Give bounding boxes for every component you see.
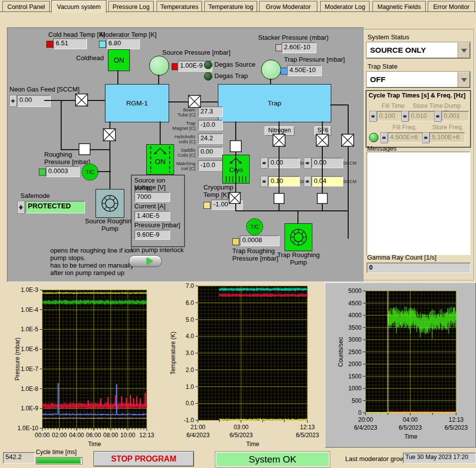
fill-time-input[interactable]: 0.100 — [377, 111, 403, 121]
y-tick-label: 4000 — [348, 312, 362, 319]
x-tick-label: 12:13 — [449, 416, 464, 423]
stop-program-button[interactable]: STOP PROGRAM — [94, 451, 194, 467]
valve-icon[interactable] — [75, 94, 88, 106]
valve-icon[interactable] — [188, 95, 201, 108]
n2-flow-setpoint[interactable]: 0.10 — [268, 176, 300, 187]
tab-moderator-log[interactable]: Moderator Log — [320, 1, 370, 12]
x-axis-label: Time — [246, 441, 260, 448]
tab-magnetic-fields[interactable]: Magnetic Fields — [373, 1, 426, 12]
x-tick-label: 12:13 — [300, 424, 315, 431]
valve-open-icon[interactable] — [274, 193, 285, 204]
system-status-dropdown[interactable]: SOURCE ONLY — [367, 42, 470, 58]
degas-source-led[interactable] — [204, 61, 212, 69]
tab-temperature-log[interactable]: Temperature log — [204, 1, 257, 12]
ion-pump-valve-state: ON — [147, 158, 174, 166]
valve-icon[interactable] — [316, 134, 329, 147]
source-roughing-pump-button[interactable] — [95, 189, 124, 218]
tab-error-monitor[interactable]: Error Monitor — [428, 1, 475, 12]
cycle-led[interactable] — [369, 133, 379, 142]
tab-vacuum-system[interactable]: Vacuum system — [51, 0, 106, 13]
valve-open-icon[interactable] — [230, 140, 242, 152]
y-tick-label: 5000 — [348, 287, 362, 294]
dump-time-spinner[interactable] — [434, 111, 442, 122]
safemode-selector[interactable]: PROTECTED — [25, 201, 85, 213]
valve-icon[interactable] — [103, 128, 116, 141]
pipe — [270, 79, 271, 84]
tab-control-panel[interactable]: Control Panel — [2, 1, 50, 12]
valve-open-icon[interactable] — [317, 193, 328, 204]
safemode-spinner[interactable] — [17, 201, 25, 214]
coil-temps-block: Beam Tube [C]27.3Trap Magnet [C]-10.0Hel… — [168, 106, 222, 176]
trap-state-value: OFF — [367, 75, 458, 84]
n2-actual-spinner[interactable] — [261, 158, 268, 169]
x-axis-label: Time — [404, 433, 418, 440]
y-tick-label: 1.0E-3 — [21, 286, 39, 293]
y-tick-label: 1.0E-8 — [21, 385, 39, 392]
ion-pressure-readout: 9.60E-9 — [134, 230, 170, 240]
source-roughing-pump-label: Source Roughing Pump — [82, 218, 138, 233]
y-tick-label: 1.0E-4 — [21, 306, 39, 313]
x-axis-label: Time — [88, 441, 101, 448]
trap-pressure-gauge-icon — [261, 60, 281, 80]
dropdown-arrow-icon[interactable] — [458, 43, 470, 58]
trap-thermocouple-gauge: T/C — [246, 218, 263, 235]
store-time-spinner[interactable] — [401, 111, 409, 122]
degas-trap-label: Degas Trap — [214, 73, 248, 80]
tab-grow-moderator[interactable]: Grow Moderator — [259, 1, 317, 12]
pump-rotor-icon — [96, 189, 124, 217]
cold-head-temp-label: Cold head Temp [K] — [48, 31, 105, 39]
neon-gas-feed-spinner[interactable] — [9, 95, 17, 107]
cold-head-indicator — [46, 41, 53, 48]
store-time-input[interactable]: 0.010 — [408, 111, 435, 121]
trap-pressure-label: Trap Pressure [mbar] — [284, 56, 345, 64]
neon-gas-feed-input[interactable]: 0.00 — [17, 95, 51, 107]
dump-time-input[interactable]: 0.001 — [441, 111, 469, 121]
tab-temperatures[interactable]: Temperatures — [157, 1, 202, 12]
fill-freq-spinner[interactable] — [381, 132, 388, 143]
y-tick-label: 1.0E-9 — [21, 405, 39, 412]
valve-icon[interactable] — [341, 134, 354, 147]
diagram-panel: Cold head Temp [K] 6.51 Moderator Temp [… — [7, 27, 364, 282]
sf6-actual-spinner[interactable] — [304, 158, 311, 169]
x-tick-label: 04:00 — [69, 432, 84, 439]
y-tick-label: 1.0E-6 — [21, 346, 39, 353]
trap-pressure-readout: 4.50E-10 — [287, 65, 322, 76]
trap-state-dropdown[interactable]: OFF — [367, 72, 470, 88]
y-axis-label: Counts/sec — [337, 337, 344, 367]
tab-pressure-log[interactable]: Pressure Log — [108, 1, 154, 12]
valve-icon[interactable] — [273, 134, 286, 147]
coldhead-on-button[interactable]: ON — [108, 49, 130, 71]
trap-roughing-pump-button[interactable] — [285, 223, 312, 251]
sf6-set-spinner[interactable] — [304, 176, 311, 187]
system-status-banner: System OK — [215, 451, 330, 468]
x-tick-date: 6/4/2023 — [354, 424, 378, 431]
ion-pump-interlock-toggle[interactable] — [129, 255, 162, 267]
x-tick-date: 6/5/2023 — [296, 432, 319, 439]
n2-set-spinner[interactable] — [261, 176, 268, 187]
coil-readout: -10.0 — [198, 120, 223, 130]
x-tick-label: 10:00 — [120, 432, 135, 439]
moderator-temp-label: Moderator Temp [K] — [100, 31, 157, 39]
sf6-flow-setpoint[interactable]: 0.04 — [311, 176, 343, 187]
system-status-label: System Status — [368, 34, 409, 41]
pipe — [348, 104, 349, 239]
y-tick-label: 1.0E-5 — [21, 326, 39, 333]
fill-time-spinner[interactable] — [370, 111, 377, 122]
degas-source-label: Degas Source — [214, 61, 255, 69]
valve-icon[interactable] — [229, 192, 241, 204]
dropdown-arrow-icon[interactable] — [458, 72, 470, 87]
degas-trap-led[interactable] — [204, 72, 212, 81]
fill-freq-input[interactable]: 4.500E+6 — [387, 132, 423, 143]
toggle-arrow-icon — [147, 258, 157, 265]
ion-pump-valve-button[interactable]: ON — [146, 144, 174, 175]
y-tick-label: 3000 — [348, 336, 362, 343]
cycle-trap-times-group: Cycle Trap Times [s] & Freq. [Hz] Fill T… — [366, 90, 471, 148]
store-freq-spinner[interactable] — [422, 132, 430, 143]
y-tick-label: 2.0 — [186, 367, 194, 374]
valve-open-icon[interactable] — [79, 143, 91, 155]
vacuum-system-window: Control PanelVacuum systemPressure LogTe… — [0, 0, 476, 468]
coil-readout: 0.00 — [198, 147, 223, 157]
messages-box[interactable] — [367, 152, 471, 255]
x-tick-label: 12:13 — [139, 432, 154, 439]
store-freq-input[interactable]: 5.100E+6 — [429, 132, 465, 143]
